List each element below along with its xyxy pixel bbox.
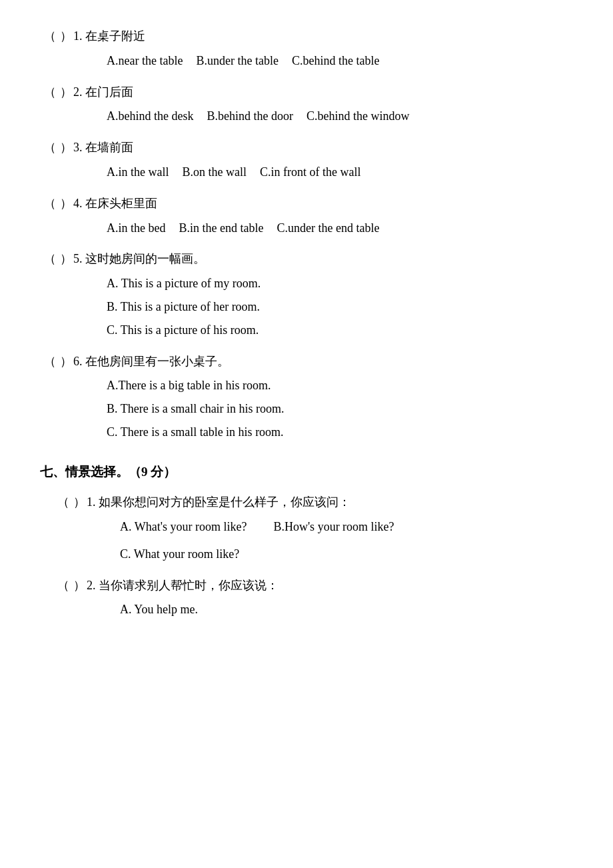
q3-paren-right: ） [60, 138, 73, 157]
q6-paren-right: ） [60, 352, 73, 371]
question-5: （ ） 5. 这时她房间的一幅画。 A. This is a picture o… [40, 249, 573, 339]
q3-text: 在墙前面 [85, 138, 133, 157]
q2-number: 2. [73, 83, 83, 102]
q5-option-a: A. This is a picture of my room. [107, 274, 573, 293]
s7q1-option-a: A. What's your room like? [120, 517, 247, 537]
q1-paren-left: （ [40, 27, 60, 46]
q1-paren-right: ） [60, 27, 73, 46]
q3-number: 3. [73, 138, 83, 157]
q2-options: A.behind the desk B.behind the door C.be… [107, 107, 573, 126]
q4-option-a: A.in the bed [107, 219, 165, 238]
q5-option-b: B. This is a picture of her room. [107, 297, 573, 317]
q5-number: 5. [73, 249, 83, 269]
s7q1-text: 如果你想问对方的卧室是什么样子，你应该问： [99, 493, 350, 512]
q6-option-c: C. There is a small table in his room. [107, 423, 573, 442]
q4-option-b: B.in the end table [179, 219, 263, 238]
q5-paren-left: （ [40, 249, 60, 269]
question-1: （ ） 1. 在桌子附近 A.near the table B.under th… [40, 27, 573, 71]
q4-option-c: C.under the end table [277, 219, 379, 238]
q4-number: 4. [73, 194, 83, 213]
q5-paren-right: ） [60, 249, 73, 269]
s7q2-options: A. You help me. [120, 600, 573, 619]
q1-text: 在桌子附近 [85, 27, 145, 46]
question-6: （ ） 6. 在他房间里有一张小桌子。 A.There is a big tab… [40, 352, 573, 442]
s7q2-paren-right: ） [73, 576, 87, 595]
q3-paren-left: （ [40, 138, 60, 157]
q5-option-c: C. This is a picture of his room. [107, 321, 573, 340]
s7q2-option-a: A. You help me. [120, 600, 573, 619]
q1-option-a: A.near the table [107, 51, 183, 71]
q6-text: 在他房间里有一张小桌子。 [85, 352, 229, 371]
q5-options: A. This is a picture of my room. B. This… [107, 274, 573, 339]
q4-paren-left: （ [40, 194, 60, 213]
q2-paren-right: ） [60, 83, 73, 102]
q2-option-c: C.behind the window [306, 107, 410, 126]
q2-paren-left: （ [40, 83, 60, 102]
q6-option-a: A.There is a big table in his room. [107, 376, 573, 395]
s7q1-paren-left: （ [53, 493, 73, 512]
q4-paren-right: ） [60, 194, 73, 213]
q5-text: 这时她房间的一幅画。 [85, 249, 205, 269]
question-2: （ ） 2. 在门后面 A.behind the desk B.behind t… [40, 83, 573, 127]
q4-text: 在床头柜里面 [85, 194, 157, 213]
s7q1-option-c: C. What your room like? [120, 545, 573, 564]
s7q1-option-b: B.How's your room like? [273, 517, 394, 537]
question-3: （ ） 3. 在墙前面 A.in the wall B.on the wall … [40, 138, 573, 182]
q6-option-b: B. There is a small chair in his room. [107, 399, 573, 419]
s7-question-1: （ ） 1. 如果你想问对方的卧室是什么样子，你应该问： A. What's y… [53, 493, 573, 563]
section-7: 七、情景选择。（9 分） （ ） 1. 如果你想问对方的卧室是什么样子，你应该问… [40, 462, 573, 619]
s7-question-2: （ ） 2. 当你请求别人帮忙时，你应该说： A. You help me. [53, 576, 573, 620]
questions-section: （ ） 1. 在桌子附近 A.near the table B.under th… [40, 27, 573, 442]
q2-option-b: B.behind the door [207, 107, 293, 126]
q3-options: A.in the wall B.on the wall C.in front o… [107, 163, 573, 182]
q1-option-b: B.under the table [196, 51, 278, 71]
s7q1-options: A. What's your room like? B.How's your r… [120, 517, 573, 564]
q1-option-c: C.behind the table [292, 51, 379, 71]
q4-options: A.in the bed B.in the end table C.under … [107, 219, 573, 238]
s7q2-number: 2. [87, 576, 96, 595]
q3-option-c: C.in front of the wall [260, 163, 360, 182]
section-7-header: 七、情景选择。（9 分） [40, 462, 573, 482]
q6-options: A.There is a big table in his room. B. T… [107, 376, 573, 441]
q6-paren-left: （ [40, 352, 60, 371]
q2-text: 在门后面 [85, 83, 133, 102]
question-4: （ ） 4. 在床头柜里面 A.in the bed B.in the end … [40, 194, 573, 238]
q3-option-a: A.in the wall [107, 163, 169, 182]
q6-number: 6. [73, 352, 83, 371]
q1-options: A.near the table B.under the table C.beh… [107, 51, 573, 71]
s7q1-paren-right: ） [73, 493, 87, 512]
q2-option-a: A.behind the desk [107, 107, 193, 126]
s7q1-number: 1. [87, 493, 96, 512]
s7q2-text: 当你请求别人帮忙时，你应该说： [99, 576, 279, 595]
s7q2-paren-left: （ [53, 576, 73, 595]
q3-option-b: B.on the wall [182, 163, 247, 182]
q1-number: 1. [73, 27, 83, 46]
